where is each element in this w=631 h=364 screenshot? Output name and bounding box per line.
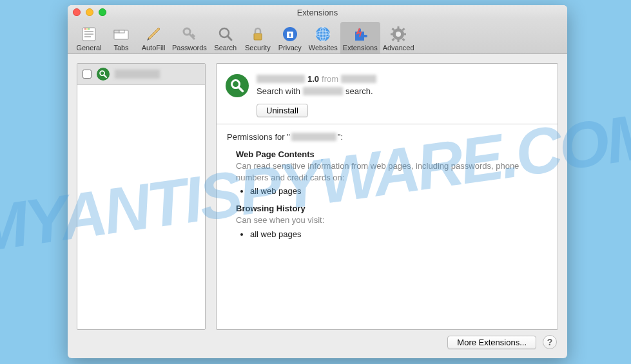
close-window-button[interactable] [73,8,81,16]
extension-icon-large [226,74,249,97]
svg-rect-8 [114,30,119,33]
help-button[interactable]: ? [543,335,557,349]
extension-header-text: 1.0 from Search with search. [257,74,548,97]
svg-rect-23 [391,34,393,35]
toolbar-label: AutoFill [142,44,166,52]
permission-description: Can read sensitive information from web … [236,160,547,184]
gear-icon [389,24,408,44]
key-icon [180,24,199,44]
extension-version: 1.0 [307,74,319,84]
extension-name-redacted [257,75,305,83]
permission-group: Web Page Contents Can read sensitive inf… [236,149,547,196]
permissions-title: Permissions for "": [227,132,547,142]
perms-title-prefix: Permissions for " [227,132,290,142]
general-icon [79,24,99,44]
permission-description: Can see when you visit: [236,215,547,226]
permission-item: all web pages [250,186,547,196]
svg-point-4 [84,28,86,30]
privacy-icon [280,24,300,44]
extension-description: Search with search. [257,86,548,96]
svg-rect-26 [402,38,405,41]
svg-rect-1 [84,31,93,32]
svg-rect-12 [254,34,262,40]
toolbar-label: Extensions [343,44,378,52]
search-icon [216,24,235,44]
tab-privacy[interactable]: Privacy [274,22,306,53]
svg-rect-22 [398,39,400,42]
svg-point-5 [86,28,88,30]
extension-name-redacted [303,87,343,95]
from-label: from [322,74,338,84]
permission-group: Browsing History Can see when you visit:… [236,204,547,238]
tabs-icon [112,24,131,44]
toolbar-label: Advanced [383,44,414,52]
svg-rect-9 [119,30,124,33]
footer: More Extensions... ? [77,335,558,349]
toolbar-label: Search [214,44,237,52]
permission-heading: Browsing History [236,204,547,213]
autofill-icon [144,24,163,44]
content-area: 1.0 from Search with search. Uninstall [68,54,567,358]
extension-details: 1.0 from Search with search. Uninstall [216,63,558,330]
extension-list-item[interactable] [77,64,205,85]
desc-prefix: Search with [257,86,300,96]
tab-advanced[interactable]: Advanced [380,22,417,53]
extension-author-redacted [341,75,376,83]
toolbar-label: Passwords [172,44,207,52]
tab-tabs[interactable]: Tabs [105,22,137,53]
extensions-list [77,63,206,330]
svg-rect-3 [84,36,91,37]
window-title: Extensions [297,8,338,17]
svg-point-20 [396,32,401,37]
toolbar-label: Tabs [113,44,128,52]
traffic-lights [73,8,106,16]
preferences-toolbar: General Tabs AutoFill Passwords Search [68,19,567,54]
svg-rect-24 [403,34,406,35]
more-extensions-button[interactable]: More Extensions... [447,336,536,349]
uninstall-button[interactable]: Uninstall [257,104,308,117]
toolbar-label: Security [245,44,271,52]
extension-name-redacted [115,70,160,79]
maximize-window-button[interactable] [99,8,106,16]
permission-list: all web pages [250,229,547,239]
svg-rect-28 [392,38,395,41]
svg-rect-21 [398,26,400,29]
permission-item: all web pages [250,229,547,239]
desc-suffix: search. [345,86,373,96]
tab-extensions[interactable]: Extensions [340,22,380,53]
tab-security[interactable]: Security [242,22,274,53]
extension-name-redacted [291,133,336,141]
permission-heading: Web Page Contents [236,149,547,159]
titlebar: Extensions [68,5,567,19]
enable-extension-checkbox[interactable] [83,70,92,79]
uninstall-row: Uninstall [217,104,558,124]
toolbar-label: Privacy [278,44,302,52]
globe-icon [313,24,333,44]
tab-passwords[interactable]: Passwords [170,22,209,53]
permission-list: all web pages [250,186,547,196]
toolbar-label: General [76,44,101,52]
preferences-window: Extensions General Tabs AutoFill Passwor… [68,5,567,358]
svg-point-6 [88,28,90,30]
tab-autofill[interactable]: AutoFill [137,22,170,53]
extension-icon [97,68,110,81]
tab-general[interactable]: General [73,22,105,53]
permissions-section: Permissions for "": Web Page Contents Ca… [217,124,558,248]
perms-title-suffix: ": [338,132,343,142]
lock-icon [248,24,267,44]
extension-header: 1.0 from Search with search. [217,64,558,104]
panels: 1.0 from Search with search. Uninstall [77,63,558,330]
extension-title-line: 1.0 from [257,74,548,84]
minimize-window-button[interactable] [86,8,93,16]
tab-websites[interactable]: Websites [306,22,340,53]
extensions-icon [351,24,370,44]
tab-search[interactable]: Search [209,22,242,53]
svg-rect-2 [84,34,93,35]
toolbar-label: Websites [309,44,338,52]
